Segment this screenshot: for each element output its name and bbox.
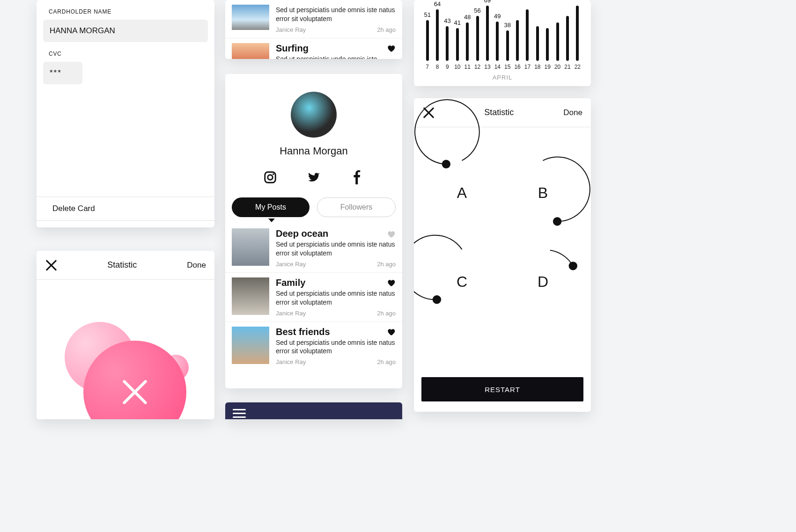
statistic-title: Statistic	[107, 260, 137, 270]
twitter-icon[interactable]	[307, 170, 321, 184]
quiz-option-c[interactable]: C	[426, 244, 498, 319]
cardholder-input[interactable]: HANNA MORGAN	[43, 20, 208, 42]
active-tab-caret-icon	[268, 219, 275, 222]
x-tick: 22	[574, 64, 582, 70]
quiz-option-b[interactable]: B	[507, 155, 579, 230]
post-author: Janice Ray	[276, 310, 306, 317]
bar	[563, 14, 571, 61]
x-tick: 8	[433, 64, 441, 70]
bar: 56	[473, 7, 481, 61]
bar	[513, 18, 521, 61]
post-title: Family	[276, 277, 305, 288]
heart-icon[interactable]	[386, 278, 396, 287]
avatar[interactable]	[291, 92, 337, 138]
bar: 48	[464, 14, 472, 61]
statistic-bubbles-screen: Statistic Done	[37, 251, 214, 419]
feed-time: 2h ago	[377, 26, 396, 33]
bar-value-label: 69	[484, 0, 491, 4]
card-form-screen: CARDHOLDER NAME HANNA MORGAN CVC *** Del…	[37, 0, 214, 227]
close-icon[interactable]	[45, 259, 57, 271]
x-tick: 17	[523, 64, 531, 70]
cvc-input[interactable]: ***	[43, 62, 82, 84]
post-time: 2h ago	[377, 358, 396, 365]
bar: 69	[483, 0, 491, 61]
x-tick: 9	[443, 64, 451, 70]
bar-value-label: 38	[504, 22, 510, 29]
x-tick: 19	[544, 64, 552, 70]
bar-value-label: 48	[464, 14, 471, 21]
x-tick: 11	[464, 64, 472, 70]
bar-value-label: 49	[494, 13, 501, 20]
done-button[interactable]: Done	[187, 261, 206, 270]
post-desc: Sed ut perspiciatis unde omnis iste natu…	[276, 289, 396, 307]
done-button[interactable]: Done	[563, 108, 582, 117]
bar-chart-card: 516443414856694938 789101112131415161718…	[414, 0, 591, 86]
heart-icon[interactable]	[386, 44, 396, 53]
svg-point-2	[273, 174, 274, 175]
x-tick: 18	[533, 64, 541, 70]
bar: 38	[503, 22, 511, 61]
bar-value-label: 43	[444, 17, 450, 24]
facebook-icon[interactable]	[350, 170, 364, 184]
profile-post[interactable]: Deep ocean Sed ut perspiciatis unde omni…	[225, 224, 402, 273]
bar-value-label: 64	[434, 0, 441, 7]
bar-chart-x-axis: 78910111213141516171819202122	[421, 61, 583, 70]
bar: 51	[423, 11, 431, 61]
feed-item[interactable]: Surfing Sed ut perspiciatis unde omnis i…	[225, 38, 402, 59]
x-tick: 16	[513, 64, 521, 70]
x-tick: 7	[423, 64, 431, 70]
post-title: Best friends	[276, 327, 330, 337]
post-time: 2h ago	[377, 310, 396, 317]
feed-item[interactable]: Sed ut perspiciatis unde omnis iste natu…	[225, 0, 402, 38]
bar: 43	[443, 17, 451, 61]
bar: 49	[494, 13, 501, 61]
post-thumbnail	[232, 277, 269, 315]
profile-screen: Hanna Morgan My Posts Followers Deep oce…	[225, 74, 402, 388]
bar-value-label: 56	[474, 7, 480, 14]
quiz-option-a[interactable]: A	[426, 155, 498, 230]
feed-title: Surfing	[276, 43, 309, 54]
x-tick: 15	[503, 64, 511, 70]
restart-button[interactable]: RESTART	[421, 377, 583, 401]
nav-fragment	[225, 402, 402, 419]
cardholder-label: CARDHOLDER NAME	[49, 8, 208, 15]
close-icon[interactable]	[422, 107, 435, 119]
bar-value-label: 51	[424, 11, 430, 18]
instagram-icon[interactable]	[263, 170, 277, 184]
feed-thumbnail	[232, 5, 269, 30]
quiz-option-d[interactable]: D	[507, 244, 579, 319]
post-thumbnail	[232, 228, 269, 266]
x-tick: 20	[553, 64, 561, 70]
feed-desc: Sed ut perspiciatis unde omnis iste natu…	[276, 6, 396, 23]
delete-card-button[interactable]: Delete Card	[43, 197, 208, 220]
svg-point-1	[268, 175, 273, 180]
hamburger-icon[interactable]	[233, 409, 246, 418]
profile-post[interactable]: Family Sed ut perspiciatis unde omnis is…	[225, 273, 402, 322]
tab-followers[interactable]: Followers	[317, 197, 396, 217]
feed-fragment-top: Sed ut perspiciatis unde omnis iste natu…	[225, 0, 402, 59]
bar: 41	[453, 19, 461, 61]
bar-chart: 516443414856694938	[421, 0, 583, 61]
x-tick: 13	[483, 64, 491, 70]
post-time: 2h ago	[377, 261, 396, 268]
bar	[553, 21, 561, 61]
x-tick: 14	[494, 64, 501, 70]
bar	[574, 4, 582, 61]
tab-my-posts[interactable]: My Posts	[232, 197, 310, 217]
heart-icon[interactable]	[386, 229, 396, 239]
bar	[533, 24, 541, 61]
svg-point-3	[442, 160, 450, 168]
profile-post[interactable]: Best friends Sed ut perspiciatis unde om…	[225, 322, 402, 371]
post-desc: Sed ut perspiciatis unde omnis iste natu…	[276, 338, 396, 356]
x-tick: 12	[473, 64, 481, 70]
svg-point-4	[553, 217, 561, 226]
post-author: Janice Ray	[276, 358, 306, 365]
bar-chart-month-label: APRIL	[421, 74, 583, 81]
bar: 64	[433, 0, 441, 61]
profile-name: Hanna Morgan	[225, 145, 402, 157]
post-desc: Sed ut perspiciatis unde omnis iste natu…	[276, 240, 396, 258]
heart-icon[interactable]	[386, 327, 396, 336]
post-author: Janice Ray	[276, 261, 306, 268]
bar-value-label: 41	[454, 19, 461, 26]
feed-thumbnail	[232, 43, 269, 59]
